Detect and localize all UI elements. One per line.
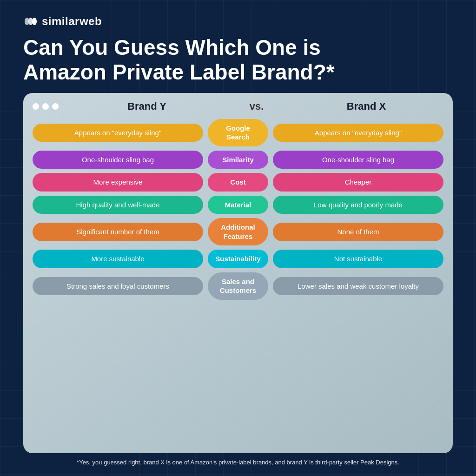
row-sustainability: More sustainable Sustainability Not sust… xyxy=(33,250,443,268)
cell-pink-left: More expensive xyxy=(33,173,203,192)
brand-x-label: Brand X xyxy=(289,100,443,112)
comparison-card: Brand Y vs. Brand X Appears on "everyday… xyxy=(23,93,453,453)
cell-gold-left: Appears on "everyday sling" xyxy=(33,124,203,142)
cell-gray-right: Lower sales and weak customer loyalty xyxy=(273,277,443,296)
cell-teal-center: Material xyxy=(208,196,268,214)
main-title: Can You Guess Which One is Amazon Privat… xyxy=(23,35,372,85)
cell-teal-left: High quality and well-made xyxy=(33,196,203,214)
page-header: similarweb Can You Guess Which One is Am… xyxy=(23,14,453,85)
logo-area: similarweb xyxy=(23,14,102,29)
row-google-search: Appears on "everyday sling" Google Searc… xyxy=(33,119,443,146)
cell-pink-right: Cheaper xyxy=(273,173,443,192)
row-similarity: One-shoulder sling bag Similarity One-sh… xyxy=(33,151,443,169)
cell-orange-right: None of them xyxy=(273,223,443,241)
row-additional-features: Significant number of them Additional Fe… xyxy=(33,218,443,245)
cell-cyan-left: More sustainable xyxy=(33,250,203,268)
window-dots xyxy=(33,103,59,110)
brand-y-label: Brand Y xyxy=(70,100,224,112)
cell-orange-left: Significant number of them xyxy=(33,223,203,241)
row-sales-customers: Strong sales and loyal customers Sales a… xyxy=(33,272,443,300)
cell-gray-left: Strong sales and loyal customers xyxy=(33,277,203,296)
row-cost: More expensive Cost Cheaper xyxy=(33,173,443,192)
cell-purple-left: One-shoulder sling bag xyxy=(33,151,203,169)
card-header: Brand Y vs. Brand X xyxy=(33,100,443,112)
cell-gold-center: Google Search xyxy=(208,119,268,146)
cell-cyan-center: Sustainability xyxy=(208,250,268,268)
dot-2 xyxy=(42,103,49,110)
dot-3 xyxy=(52,103,59,110)
comparison-rows: Appears on "everyday sling" Google Searc… xyxy=(33,119,443,300)
cell-purple-center: Similarity xyxy=(208,151,268,169)
svg-point-2 xyxy=(32,18,37,25)
cell-teal-right: Low quality and poorly made xyxy=(273,196,443,214)
row-material: High quality and well-made Material Low … xyxy=(33,196,443,214)
vs-label: vs. xyxy=(224,100,289,112)
cell-pink-center: Cost xyxy=(208,173,268,192)
cell-orange-center: Additional Features xyxy=(208,218,268,245)
similarweb-logo-icon xyxy=(23,14,38,29)
cell-cyan-right: Not sustainable xyxy=(273,250,443,268)
dot-1 xyxy=(33,103,39,110)
cell-gold-right: Appears on "everyday sling" xyxy=(273,124,443,142)
cell-purple-right: One-shoulder sling bag xyxy=(273,151,443,169)
footnote: *Yes, you guessed right, brand X is one … xyxy=(77,458,399,467)
brand-headers: Brand Y vs. Brand X xyxy=(70,100,443,112)
cell-gray-center: Sales and Customers xyxy=(208,272,268,300)
logo-text: similarweb xyxy=(42,15,102,28)
